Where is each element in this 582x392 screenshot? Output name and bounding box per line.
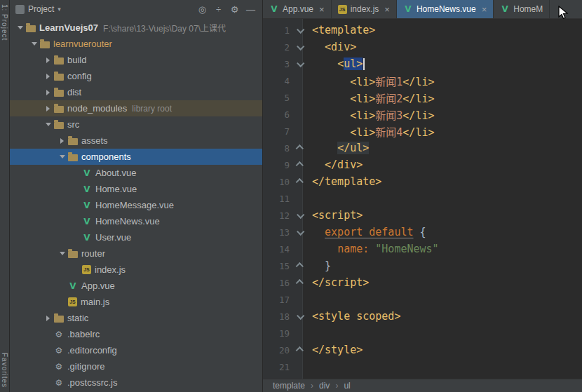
collapse-all-icon[interactable]: ÷	[212, 4, 224, 15]
tree-item-router[interactable]: router	[10, 245, 262, 262]
tree-item-static[interactable]: static	[10, 310, 262, 326]
tree-toggle[interactable]	[56, 155, 68, 158]
tab-close-icon[interactable]: ×	[384, 5, 390, 14]
tree-item-main-js[interactable]: JSmain.js	[10, 294, 262, 310]
tree-item-learnvuejs07[interactable]: LearnVuejs07F:\share\13-Vuejs\Day 07\上课代	[10, 20, 262, 36]
fold-marker[interactable]	[294, 27, 306, 33]
tool-stripe-project-button[interactable]: 1: Project	[1, 4, 8, 41]
code-line[interactable]: 14 name: "HomeNews"	[263, 241, 582, 257]
tab-close-icon[interactable]: ×	[482, 5, 487, 14]
code-line[interactable]: 13 export default {	[263, 224, 582, 241]
tree-toggle[interactable]	[56, 138, 68, 144]
tree-toggle[interactable]	[42, 316, 54, 321]
tree-item-app-vue[interactable]: VApp.vue	[10, 278, 262, 294]
fold-marker[interactable]	[294, 162, 306, 168]
code-line[interactable]: 4 <li>新闻1</li>	[263, 72, 582, 89]
code-line[interactable]: 12<script>	[263, 207, 582, 224]
tree-item-assets[interactable]: assets	[10, 133, 262, 149]
tab-label: HomeM	[513, 4, 543, 14]
fold-start-icon	[297, 211, 304, 219]
tree-toggle[interactable]	[42, 74, 54, 79]
tree-item-editorconfig[interactable]: ⚙.editorconfig	[10, 342, 262, 358]
tree-item-dist[interactable]: dist	[10, 84, 262, 100]
breadcrumb-item[interactable]: template	[273, 381, 305, 391]
tree-item-user-vue[interactable]: VUser.vue	[10, 229, 262, 245]
code-line[interactable]: 19	[263, 325, 582, 342]
code-line[interactable]: 6 <li>新闻3</li>	[263, 106, 582, 123]
fold-marker[interactable]	[294, 179, 306, 184]
code-line[interactable]: 9 </div>	[263, 156, 582, 173]
code-line[interactable]: 7 <li>新闻4</li>	[263, 123, 582, 140]
fold-marker[interactable]	[294, 145, 306, 151]
tree-toggle[interactable]	[14, 26, 26, 29]
tree-item-index-js[interactable]: JSindex.js	[10, 262, 262, 278]
fold-marker[interactable]	[294, 229, 306, 235]
code-line[interactable]: 20</style>	[263, 342, 582, 358]
folder-icon	[54, 316, 64, 323]
code-viewport[interactable]: 1<template>2 <div>3 <ul>4 <li>新闻1</li>5 …	[263, 19, 582, 392]
line-number: 14	[263, 244, 294, 255]
fold-marker[interactable]	[294, 280, 306, 285]
tree-item-learnvuerouter[interactable]: learnvuerouter	[10, 36, 262, 52]
tab-homem[interactable]: VHomeM	[494, 0, 550, 18]
js-file-icon: JS	[68, 297, 77, 306]
tree-item-home-vue[interactable]: VHome.vue	[10, 181, 262, 197]
fold-marker[interactable]	[294, 313, 306, 319]
tab-index-js[interactable]: JSindex.js×	[332, 0, 397, 18]
tab-app-vue[interactable]: VApp.vue×	[263, 0, 332, 18]
tree-item-gitignore[interactable]: ⚙.gitignore	[10, 358, 262, 374]
tree-toggle[interactable]	[42, 58, 54, 63]
settings-gear-icon[interactable]: ⚙	[229, 4, 241, 15]
tree-item-build[interactable]: build	[10, 52, 262, 68]
code-line[interactable]: 21	[263, 358, 582, 375]
tree-item-postcssrc-js[interactable]: ⚙.postcssrc.js	[10, 374, 262, 391]
chevron-expanded-icon	[18, 26, 23, 29]
fold-marker[interactable]	[294, 212, 306, 218]
code-text: </template>	[306, 175, 381, 188]
fold-marker[interactable]	[294, 263, 306, 269]
folder-icon	[40, 41, 50, 48]
tree-toggle[interactable]	[42, 106, 54, 111]
code-line[interactable]: 18<style scoped>	[263, 308, 582, 325]
hide-panel-icon[interactable]: —	[245, 4, 257, 15]
breadcrumb-item[interactable]: div	[319, 381, 330, 391]
code-line[interactable]: 16</script>	[263, 274, 582, 291]
code-line[interactable]: 3 <ul>	[263, 55, 582, 72]
tree-toggle[interactable]	[28, 42, 40, 46]
fold-marker[interactable]	[294, 347, 306, 353]
code-line[interactable]: 10</template>	[263, 173, 582, 190]
code-line[interactable]: 1<template>	[263, 22, 582, 39]
tree-toggle[interactable]	[42, 90, 54, 95]
code-line[interactable]: 11	[263, 190, 582, 207]
tree-item-about-vue[interactable]: VAbout.vue	[10, 165, 262, 181]
tree-item-label: App.vue	[81, 281, 115, 291]
fold-marker[interactable]	[294, 61, 306, 67]
folder-icon	[54, 58, 64, 65]
locate-icon[interactable]: ◎	[196, 4, 208, 15]
fold-marker[interactable]	[294, 44, 306, 50]
tool-stripe-favorites-button[interactable]: Favorites	[1, 353, 8, 388]
tree-item-src[interactable]: src	[10, 116, 262, 133]
tree-item-homemessage-vue[interactable]: VHomeMessage.vue	[10, 197, 262, 213]
tree-toggle[interactable]	[56, 252, 68, 255]
tree-item-label: components	[81, 151, 131, 162]
tree-item-config[interactable]: config	[10, 68, 262, 84]
project-view-selector[interactable]: Project	[28, 4, 54, 14]
code-line[interactable]: 2 <div>	[263, 39, 582, 55]
tree-toggle[interactable]	[42, 123, 54, 126]
tree-item-node-modules[interactable]: node_moduleslibrary root	[10, 100, 262, 116]
tree-item-components[interactable]: components	[10, 149, 262, 165]
code-text: </div>	[306, 158, 363, 171]
code-line[interactable]: 8 </ul>	[263, 140, 582, 156]
vue-file-icon: V	[269, 4, 279, 14]
code-line[interactable]: 5 <li>新闻2</li>	[263, 89, 582, 106]
tree-item-homenews-vue[interactable]: VHomeNews.vue	[10, 213, 262, 229]
code-line[interactable]: 15 }	[263, 257, 582, 274]
tab-homenews-vue[interactable]: VHomeNews.vue×	[397, 0, 494, 18]
tree-item-babelrc[interactable]: ⚙.babelrc	[10, 326, 262, 342]
chevron-down-icon[interactable]: ▾	[57, 6, 61, 13]
code-line[interactable]: 17	[263, 291, 582, 308]
breadcrumb-item[interactable]: ul	[344, 381, 350, 391]
breadcrumb-separator: ›	[311, 381, 313, 391]
tab-close-icon[interactable]: ×	[319, 5, 325, 14]
